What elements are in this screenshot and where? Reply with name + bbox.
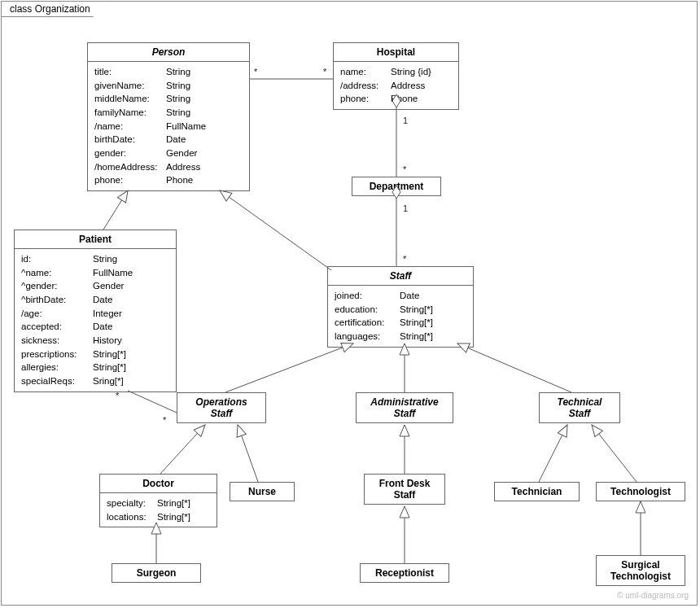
class-ops-staff-title: Operations Staff bbox=[177, 393, 265, 422]
attr: phone: bbox=[94, 173, 166, 187]
class-surg-tech-title: Surgical Technologist bbox=[597, 556, 685, 585]
attr: /address: bbox=[340, 79, 391, 93]
class-hospital-attrs: name:String {id} /address:Address phone:… bbox=[334, 62, 458, 109]
mult: * bbox=[163, 415, 166, 425]
attr: Date bbox=[93, 320, 169, 334]
svg-line-8 bbox=[457, 343, 571, 392]
class-person-title: Person bbox=[88, 43, 249, 62]
class-doctor-attrs: specialty:String[*] locations:String[*] bbox=[100, 493, 217, 527]
svg-line-4 bbox=[220, 190, 331, 270]
attr: prescriptions: bbox=[21, 348, 93, 361]
attr: Date bbox=[166, 133, 243, 147]
class-hospital: Hospital name:String {id} /address:Addre… bbox=[333, 42, 459, 110]
attr: specialReqs: bbox=[21, 374, 93, 388]
class-patient-title: Patient bbox=[15, 230, 176, 249]
class-nurse: Nurse bbox=[230, 482, 295, 501]
diagram-frame: class Organization Person title:String g… bbox=[1, 1, 698, 606]
mult: * bbox=[116, 391, 119, 400]
class-surgeon: Surgeon bbox=[112, 563, 201, 583]
class-staff: Staff joined:Date education:String[*] ce… bbox=[327, 266, 474, 348]
attr: Integer bbox=[93, 307, 169, 321]
class-person: Person title:String givenName:String mid… bbox=[87, 42, 250, 191]
attr: String bbox=[93, 252, 169, 266]
svg-line-13 bbox=[592, 425, 637, 482]
attr: Address bbox=[391, 79, 452, 93]
class-ops-staff: Operations Staff bbox=[177, 392, 266, 423]
mult: * bbox=[403, 164, 406, 174]
attr: languages: bbox=[335, 330, 400, 343]
svg-line-5 bbox=[128, 391, 177, 413]
attr: String[*] bbox=[93, 348, 169, 361]
svg-line-3 bbox=[103, 190, 128, 230]
mult: * bbox=[254, 67, 257, 77]
mult: 1 bbox=[403, 116, 408, 125]
attr: sickness: bbox=[21, 334, 93, 348]
class-patient-attrs: id:String ^name:FullName ^gender:Gender … bbox=[15, 249, 176, 391]
class-technician: Technician bbox=[494, 482, 580, 501]
attr: title: bbox=[94, 65, 166, 79]
attr: String {id} bbox=[391, 65, 452, 79]
attr: Phone bbox=[391, 92, 452, 106]
attr: accepted: bbox=[21, 320, 93, 334]
class-technician-title: Technician bbox=[495, 483, 579, 501]
attr: gender: bbox=[94, 147, 166, 160]
attr: ^gender: bbox=[21, 279, 93, 293]
class-technologist: Technologist bbox=[596, 482, 685, 501]
attr: /age: bbox=[21, 307, 93, 321]
attr: allergies: bbox=[21, 361, 93, 374]
svg-line-6 bbox=[225, 343, 353, 392]
attr: ^name: bbox=[21, 266, 93, 280]
class-surg-tech: Surgical Technologist bbox=[596, 555, 685, 586]
mult: * bbox=[403, 254, 406, 264]
attr: givenName: bbox=[94, 79, 166, 93]
attr: String bbox=[166, 92, 243, 106]
attr: education: bbox=[335, 303, 400, 317]
class-staff-title: Staff bbox=[328, 267, 473, 286]
attr: joined: bbox=[335, 289, 400, 303]
class-admin-staff: Administrative Staff bbox=[356, 392, 453, 423]
class-staff-attrs: joined:Date education:String[*] certific… bbox=[328, 286, 473, 347]
frame-label: class Organization bbox=[1, 1, 106, 17]
class-receptionist: Receptionist bbox=[360, 563, 449, 583]
class-person-attrs: title:String givenName:String middleName… bbox=[88, 62, 249, 190]
attr: History bbox=[93, 334, 169, 348]
class-frontdesk-title: Front Desk Staff bbox=[365, 475, 444, 504]
attr: familyName: bbox=[94, 106, 166, 120]
attr: String bbox=[166, 79, 243, 93]
class-nurse-title: Nurse bbox=[230, 483, 294, 501]
attr: FullName bbox=[166, 120, 243, 133]
attr: String[*] bbox=[400, 316, 466, 330]
attr: /name: bbox=[94, 120, 166, 133]
attr: Date bbox=[93, 293, 169, 307]
attr: String[*] bbox=[157, 510, 210, 524]
class-doctor-title: Doctor bbox=[100, 475, 217, 493]
attr: /homeAddress: bbox=[94, 160, 166, 174]
attr: specialty: bbox=[107, 496, 157, 510]
svg-line-9 bbox=[160, 425, 205, 474]
class-department: Department bbox=[352, 177, 441, 196]
attr: String[*] bbox=[157, 496, 210, 510]
class-tech-staff: Technical Staff bbox=[539, 392, 620, 423]
class-patient: Patient id:String ^name:FullName ^gender… bbox=[14, 230, 177, 392]
class-hospital-title: Hospital bbox=[334, 43, 458, 62]
class-frontdesk: Front Desk Staff bbox=[364, 474, 445, 505]
attr: name: bbox=[340, 65, 391, 79]
attr: String[*] bbox=[400, 330, 466, 343]
attr: locations: bbox=[107, 510, 157, 524]
svg-line-12 bbox=[539, 425, 567, 482]
class-receptionist-title: Receptionist bbox=[361, 564, 448, 582]
mult: 1 bbox=[403, 203, 408, 213]
attr: String[*] bbox=[93, 361, 169, 374]
attr: String bbox=[166, 65, 243, 79]
attr: Date bbox=[400, 289, 466, 303]
attr: middleName: bbox=[94, 92, 166, 106]
class-admin-staff-title: Administrative Staff bbox=[357, 393, 453, 422]
class-tech-staff-title: Technical Staff bbox=[540, 393, 619, 422]
attr: Address bbox=[166, 160, 243, 174]
attr: Gender bbox=[93, 279, 169, 293]
class-department-title: Department bbox=[352, 177, 440, 195]
class-technologist-title: Technologist bbox=[597, 483, 685, 501]
attr: Gender bbox=[166, 147, 243, 160]
watermark: © uml-diagrams.org bbox=[617, 591, 689, 600]
attr: String[*] bbox=[400, 303, 466, 317]
